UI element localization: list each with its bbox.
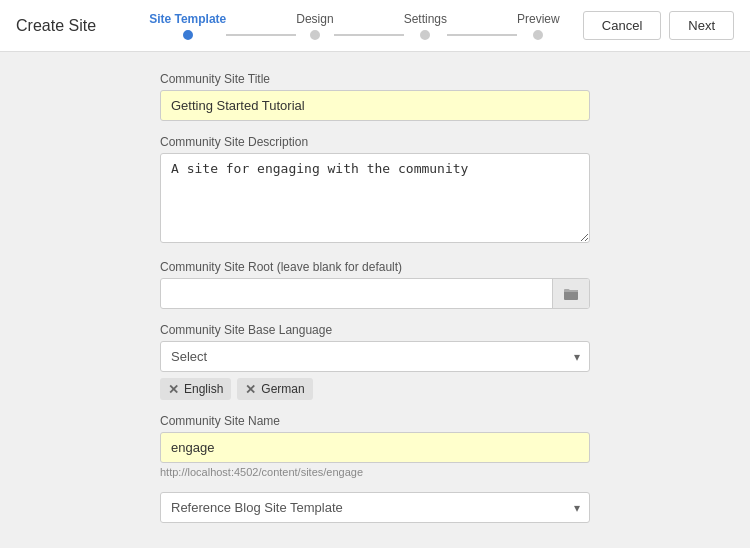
site-root-browse-button[interactable] xyxy=(552,279,589,308)
step-line-3 xyxy=(447,34,517,36)
site-root-group: Community Site Root (leave blank for def… xyxy=(160,260,590,309)
cancel-button[interactable]: Cancel xyxy=(583,11,661,40)
header: Create Site Site Template Design Setting… xyxy=(0,0,750,52)
site-title-group: Community Site Title xyxy=(160,72,590,121)
site-name-group: Community Site Name http://localhost:450… xyxy=(160,414,590,478)
template-select[interactable]: Reference Blog Site Template xyxy=(160,492,590,523)
step-dot-site-template xyxy=(183,30,193,40)
site-lang-select-wrapper: Select English German ▾ xyxy=(160,341,590,372)
language-tags: ✕ English ✕ German xyxy=(160,378,590,400)
site-name-label: Community Site Name xyxy=(160,414,590,428)
site-root-input-wrapper xyxy=(160,278,590,309)
site-url-hint: http://localhost:4502/content/sites/enga… xyxy=(160,466,590,478)
folder-icon xyxy=(563,286,579,302)
step-dot-design xyxy=(310,30,320,40)
step-label-site-template: Site Template xyxy=(149,12,226,26)
site-desc-input[interactable]: A site for engaging with the community xyxy=(160,153,590,243)
tag-german-remove[interactable]: ✕ xyxy=(245,383,256,396)
site-title-input[interactable] xyxy=(160,90,590,121)
page-title: Create Site xyxy=(16,17,126,35)
next-button[interactable]: Next xyxy=(669,11,734,40)
site-desc-group: Community Site Description A site for en… xyxy=(160,135,590,246)
tag-english-remove[interactable]: ✕ xyxy=(168,383,179,396)
step-design: Design xyxy=(296,12,333,40)
header-actions: Cancel Next xyxy=(583,11,734,40)
step-site-template: Site Template xyxy=(149,12,226,40)
tag-english-label: English xyxy=(184,382,223,396)
step-settings: Settings xyxy=(404,12,447,40)
tag-german: ✕ German xyxy=(237,378,312,400)
site-lang-select[interactable]: Select English German xyxy=(160,341,590,372)
step-line-1 xyxy=(226,34,296,36)
site-lang-label: Community Site Base Language xyxy=(160,323,590,337)
main-content: Community Site Title Community Site Desc… xyxy=(0,52,750,548)
tag-english: ✕ English xyxy=(160,378,231,400)
step-line-2 xyxy=(334,34,404,36)
site-lang-group: Community Site Base Language Select Engl… xyxy=(160,323,590,400)
step-dot-preview xyxy=(533,30,543,40)
step-preview: Preview xyxy=(517,12,560,40)
step-label-design: Design xyxy=(296,12,333,26)
tag-german-label: German xyxy=(261,382,304,396)
site-root-label: Community Site Root (leave blank for def… xyxy=(160,260,590,274)
site-name-input[interactable] xyxy=(160,432,590,463)
step-dot-settings xyxy=(420,30,430,40)
wizard-steps: Site Template Design Settings Preview xyxy=(126,12,583,40)
template-select-wrapper: Reference Blog Site Template ▾ xyxy=(160,492,590,523)
site-title-label: Community Site Title xyxy=(160,72,590,86)
site-root-input[interactable] xyxy=(161,279,552,308)
step-label-settings: Settings xyxy=(404,12,447,26)
site-desc-label: Community Site Description xyxy=(160,135,590,149)
template-group: Reference Blog Site Template ▾ xyxy=(160,492,590,523)
step-label-preview: Preview xyxy=(517,12,560,26)
